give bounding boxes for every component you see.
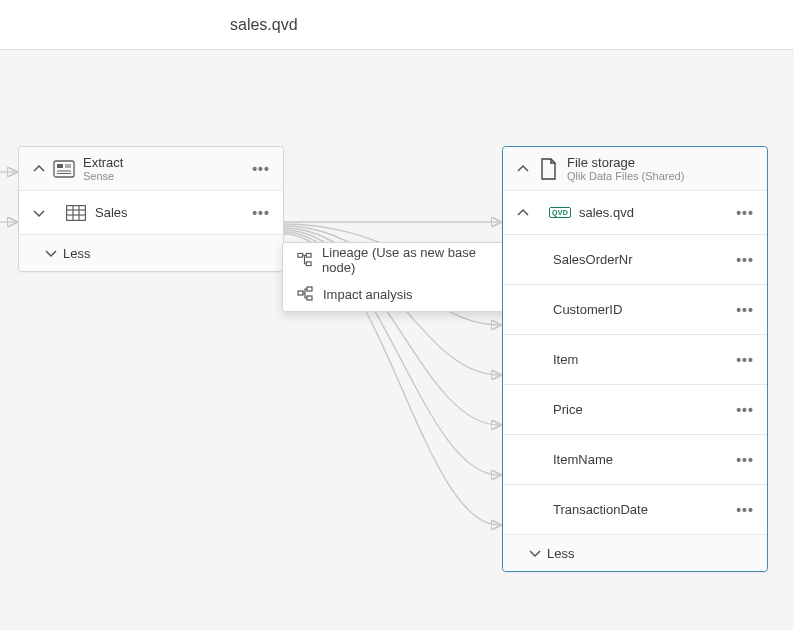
field-row[interactable]: TransactionDate ••• bbox=[503, 485, 767, 535]
page-header: sales.qvd bbox=[0, 0, 794, 50]
chevron-up-icon[interactable] bbox=[511, 201, 535, 225]
sales-qvd-more-button[interactable]: ••• bbox=[731, 205, 759, 221]
svg-rect-6 bbox=[67, 205, 86, 220]
ctx-impact-item[interactable]: Impact analysis bbox=[283, 277, 515, 311]
field-row[interactable]: Price ••• bbox=[503, 385, 767, 435]
qvd-icon: QVD bbox=[547, 200, 573, 226]
svg-rect-12 bbox=[306, 253, 311, 257]
chevron-up-icon[interactable] bbox=[511, 157, 535, 181]
field-label: Price bbox=[511, 402, 731, 417]
file-storage-less-label: Less bbox=[547, 546, 574, 561]
lineage-icon bbox=[297, 252, 312, 268]
extract-card-header[interactable]: Extract Sense ••• bbox=[19, 147, 283, 191]
field-more-button[interactable]: ••• bbox=[731, 352, 759, 368]
file-storage-subtitle: Qlik Data Files (Shared) bbox=[567, 170, 759, 182]
sales-row[interactable]: Sales ••• bbox=[19, 191, 283, 235]
extract-less-row[interactable]: Less bbox=[19, 235, 283, 271]
sales-qvd-row[interactable]: QVD sales.qvd ••• bbox=[503, 191, 767, 235]
field-more-button[interactable]: ••• bbox=[731, 502, 759, 518]
sales-label: Sales bbox=[95, 205, 247, 220]
extract-more-button[interactable]: ••• bbox=[247, 161, 275, 177]
app-icon bbox=[51, 156, 77, 182]
field-row[interactable]: Item ••• bbox=[503, 335, 767, 385]
chevron-up-icon[interactable] bbox=[27, 157, 51, 181]
sales-qvd-label: sales.qvd bbox=[579, 205, 731, 220]
svg-rect-15 bbox=[307, 287, 312, 291]
svg-rect-14 bbox=[298, 291, 303, 295]
field-row[interactable]: ItemName ••• bbox=[503, 435, 767, 485]
sales-more-button[interactable]: ••• bbox=[247, 205, 275, 221]
extract-subtitle: Sense bbox=[83, 170, 247, 182]
impact-icon bbox=[297, 286, 313, 302]
field-row[interactable]: CustomerID ••• bbox=[503, 285, 767, 335]
field-label: TransactionDate bbox=[511, 502, 731, 517]
extract-title: Extract bbox=[83, 155, 247, 170]
file-storage-header[interactable]: File storage Qlik Data Files (Shared) bbox=[503, 147, 767, 191]
svg-rect-13 bbox=[306, 262, 311, 266]
field-label: ItemName bbox=[511, 452, 731, 467]
field-label: SalesOrderNr bbox=[511, 252, 731, 267]
svg-rect-0 bbox=[54, 161, 74, 177]
ctx-impact-label: Impact analysis bbox=[323, 287, 413, 302]
field-more-button[interactable]: ••• bbox=[731, 302, 759, 318]
extract-less-label: Less bbox=[63, 246, 90, 261]
field-more-button[interactable]: ••• bbox=[731, 452, 759, 468]
field-more-button[interactable]: ••• bbox=[731, 402, 759, 418]
svg-rect-16 bbox=[307, 296, 312, 300]
page-title: sales.qvd bbox=[230, 16, 298, 34]
field-row[interactable]: SalesOrderNr ••• bbox=[503, 235, 767, 285]
field-label: CustomerID bbox=[511, 302, 731, 317]
ctx-lineage-item[interactable]: Lineage (Use as new base node) bbox=[283, 243, 515, 277]
file-storage-title: File storage bbox=[567, 155, 759, 170]
table-icon bbox=[63, 200, 89, 226]
file-icon bbox=[535, 156, 561, 182]
file-storage-less-row[interactable]: Less bbox=[503, 535, 767, 571]
chevron-down-icon[interactable] bbox=[27, 201, 51, 225]
svg-rect-1 bbox=[57, 164, 63, 168]
chevron-down-icon bbox=[39, 241, 63, 265]
file-storage-card: File storage Qlik Data Files (Shared) QV… bbox=[502, 146, 768, 572]
field-more-button[interactable]: ••• bbox=[731, 252, 759, 268]
ctx-lineage-label: Lineage (Use as new base node) bbox=[322, 245, 501, 275]
chevron-down-icon bbox=[523, 541, 547, 565]
lineage-canvas: Extract Sense ••• Sales ••• bbox=[0, 50, 794, 630]
field-label: Item bbox=[511, 352, 731, 367]
extract-card: Extract Sense ••• Sales ••• bbox=[18, 146, 284, 272]
context-menu: Lineage (Use as new base node) Impact an… bbox=[282, 242, 516, 312]
svg-rect-11 bbox=[298, 253, 303, 257]
